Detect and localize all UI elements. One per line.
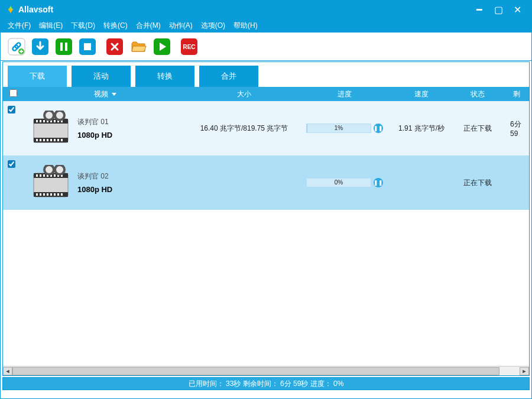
svg-rect-45 xyxy=(54,174,56,177)
svg-rect-49 xyxy=(40,193,41,196)
progress-bar: 0% xyxy=(306,178,371,187)
svg-point-57 xyxy=(46,166,53,173)
svg-rect-54 xyxy=(57,193,59,196)
svg-point-36 xyxy=(56,112,63,119)
video-name: 谈判官 01 xyxy=(77,117,112,127)
start-button[interactable] xyxy=(153,38,171,56)
svg-rect-29 xyxy=(50,139,52,141)
horizontal-scrollbar[interactable]: ◄ ► xyxy=(3,366,529,375)
maximize-button[interactable]: ▢ xyxy=(489,4,508,15)
svg-text:REC: REC xyxy=(183,44,195,50)
video-resolution: 1080p HD xyxy=(77,185,112,194)
progress-text: 0% xyxy=(307,179,371,186)
menu-action[interactable]: 动作(A) xyxy=(169,21,193,31)
row-checkbox[interactable] xyxy=(8,106,15,113)
table-row[interactable]: 谈判官 02 1080p HD 0% ❚❚ 正在下载 xyxy=(3,155,529,210)
menu-download[interactable]: 下载(D) xyxy=(71,21,95,31)
open-folder-button[interactable] xyxy=(129,38,147,56)
menu-convert[interactable]: 转换(C) xyxy=(103,21,128,31)
tab-convert[interactable]: 转换 xyxy=(135,66,194,87)
svg-rect-52 xyxy=(50,193,52,196)
row-pause-button[interactable]: ❚❚ xyxy=(374,178,383,187)
scroll-right-arrow[interactable]: ► xyxy=(520,367,529,375)
svg-point-34 xyxy=(46,112,53,119)
svg-rect-27 xyxy=(43,139,45,141)
menu-merge[interactable]: 合并(M) xyxy=(136,21,161,31)
download-button[interactable] xyxy=(31,38,49,56)
svg-rect-6 xyxy=(60,43,63,51)
menu-options[interactable]: 选项(O) xyxy=(201,21,225,31)
svg-point-59 xyxy=(56,166,63,173)
window-title: Allavsoft xyxy=(18,5,470,14)
svg-rect-51 xyxy=(47,193,48,196)
remain-cell: 6分 59 xyxy=(504,119,529,138)
status-text: 已用时间： 33秒 剩余时间： 6分 59秒 进度： 0% xyxy=(189,379,344,389)
col-video[interactable]: 视频 xyxy=(20,89,191,99)
row-checkbox[interactable] xyxy=(8,160,15,168)
col-speed[interactable]: 速度 xyxy=(392,89,451,99)
status-cell: 正在下载 xyxy=(451,178,504,188)
svg-rect-41 xyxy=(40,174,41,177)
menu-edit[interactable]: 编辑(E) xyxy=(39,21,63,31)
svg-rect-5 xyxy=(56,38,72,55)
tab-merge[interactable]: 合并 xyxy=(199,66,258,87)
svg-rect-18 xyxy=(40,120,41,122)
col-progress[interactable]: 进度 xyxy=(297,89,392,99)
progress-text: 1% xyxy=(307,125,371,131)
menu-file[interactable]: 文件(F) xyxy=(8,21,31,31)
svg-rect-31 xyxy=(57,139,59,141)
select-all-checkbox[interactable] xyxy=(9,89,17,97)
content-panel: 下载 活动 转换 合并 视频 大小 进度 速度 状态 剩 xyxy=(2,61,530,376)
svg-rect-48 xyxy=(36,193,38,196)
pause-button[interactable] xyxy=(55,38,73,56)
video-name: 谈判官 02 xyxy=(77,171,112,181)
svg-rect-32 xyxy=(61,139,63,141)
table-header: 视频 大小 进度 速度 状态 剩 xyxy=(3,87,529,101)
menubar: 文件(F) 编辑(E) 下载(D) 转换(C) 合并(M) 动作(A) 选项(O… xyxy=(1,18,531,33)
progress-bar: 1% xyxy=(306,124,371,133)
svg-rect-42 xyxy=(43,174,45,177)
scroll-thumb[interactable] xyxy=(12,367,499,375)
svg-rect-28 xyxy=(47,139,48,141)
stop-button[interactable] xyxy=(79,38,96,56)
record-button[interactable]: REC xyxy=(180,38,198,56)
svg-rect-7 xyxy=(65,43,67,51)
svg-rect-17 xyxy=(36,120,38,122)
app-logo-icon xyxy=(7,5,15,14)
video-thumb-icon xyxy=(31,165,70,200)
video-resolution: 1080p HD xyxy=(77,131,112,140)
titlebar: Allavsoft ━ ▢ ✕ xyxy=(1,1,531,18)
tab-activity[interactable]: 活动 xyxy=(72,66,131,87)
svg-rect-25 xyxy=(36,139,38,141)
row-pause-button[interactable]: ❚❚ xyxy=(374,124,383,133)
svg-rect-26 xyxy=(40,139,41,141)
svg-rect-55 xyxy=(61,193,63,196)
tab-download[interactable]: 下载 xyxy=(8,66,67,87)
svg-rect-53 xyxy=(54,193,56,196)
status-cell: 正在下载 xyxy=(451,124,504,134)
col-remain[interactable]: 剩 xyxy=(504,89,529,99)
table-row[interactable]: 谈判官 01 1080p HD 16.40 兆字节/819.75 兆字节 1% … xyxy=(3,101,529,155)
minimize-button[interactable]: ━ xyxy=(470,4,489,15)
svg-rect-22 xyxy=(54,120,56,122)
close-button[interactable]: ✕ xyxy=(508,4,527,15)
speed-cell: 1.91 兆字节/秒 xyxy=(392,124,451,134)
col-status[interactable]: 状态 xyxy=(451,89,504,99)
statusbar: 已用时间： 33秒 剩余时间： 6分 59秒 进度： 0% xyxy=(2,377,530,390)
svg-rect-50 xyxy=(43,193,45,196)
svg-rect-9 xyxy=(84,43,91,50)
scroll-left-arrow[interactable]: ◄ xyxy=(3,367,12,375)
col-size[interactable]: 大小 xyxy=(191,89,297,99)
size-cell: 16.40 兆字节/819.75 兆字节 xyxy=(191,124,297,134)
svg-rect-30 xyxy=(54,139,56,141)
svg-rect-19 xyxy=(43,120,45,122)
download-list: 谈判官 01 1080p HD 16.40 兆字节/819.75 兆字节 1% … xyxy=(3,101,529,366)
toolbar: REC xyxy=(1,33,531,61)
menu-help[interactable]: 帮助(H) xyxy=(233,21,258,31)
video-thumb-icon xyxy=(31,111,70,146)
delete-button[interactable] xyxy=(106,38,124,56)
tab-strip: 下载 活动 转换 合并 xyxy=(3,62,529,87)
svg-rect-40 xyxy=(36,174,38,177)
paste-url-button[interactable] xyxy=(8,38,25,56)
